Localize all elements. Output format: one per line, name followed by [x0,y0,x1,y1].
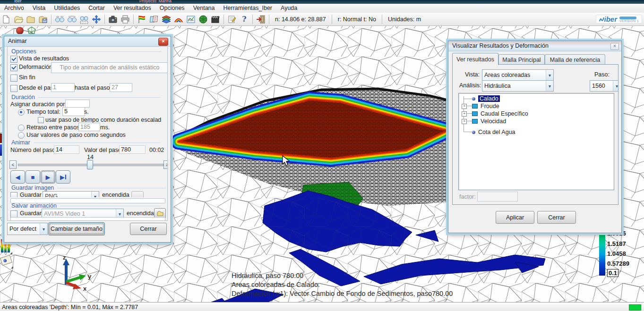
visualizar-dialog-title[interactable]: Visualizar Resultados y Deformación [448,41,621,51]
analisis-combo[interactable]: Hidráulica▾ [482,80,554,92]
result-pages-icon[interactable] [148,14,160,25]
menu-opciones[interactable]: Opciones [155,4,189,13]
toolbar-green-mesh-icon[interactable] [27,26,36,35]
help-icon[interactable]: ? [239,14,250,25]
skip-end-button[interactable]: ▶ [56,170,70,184]
sin-fin-checkbox[interactable] [10,75,17,82]
animar-close-button[interactable]: × [158,38,168,46]
usar-valores-radio[interactable] [18,132,25,139]
menu-archivo[interactable]: Archivo [0,4,28,13]
tree-item-calado[interactable]: Calado [472,95,500,102]
tree-expand-caudal[interactable]: + [462,111,467,117]
tiempo-total-label: Tiempo total: [26,109,60,115]
terrain-sphere-icon[interactable] [197,14,209,25]
tiempo-total-radio[interactable] [18,109,25,116]
axis-label-z: z [63,254,66,261]
image-browse-button[interactable] [131,191,144,197]
menu-cortar[interactable]: Cortar [84,4,109,13]
menu-utilidades[interactable]: Utilidades [50,4,84,13]
aplicar-button[interactable]: Aplicar [496,211,534,224]
asignar-duracion-input[interactable] [65,100,90,108]
animation-film-icon[interactable] [210,14,221,25]
pan-icon[interactable] [91,14,102,25]
chevron-down-icon: ▾ [546,70,553,80]
desde-paso-checkbox[interactable] [10,85,17,92]
zoom-frame-icon[interactable] [78,14,90,25]
exit-icon[interactable] [255,14,266,25]
tree-item-caudal-especifico[interactable]: Caudal Específico [472,110,528,118]
guardar-imagen-label: Guardar [20,192,42,197]
toolbar-red-sphere-icon[interactable] [16,27,24,34]
axis-label-x: x [83,285,86,292]
salvar-animacion-checkbox[interactable] [10,210,17,218]
stop-button[interactable]: ■ [26,170,40,184]
visualizar-cerrar-button[interactable]: Cerrar [537,211,576,224]
slider-step-fwd-button[interactable]: > [163,160,168,169]
notes-icon[interactable] [226,14,238,25]
desde-paso-input[interactable]: 1 [51,83,75,92]
zoom-in-icon[interactable] [54,14,65,25]
print-icon[interactable] [120,14,131,25]
window-title-bar[interactable]: Iber Proyecto: Marina [0,0,644,4]
zoom-out-icon[interactable] [66,14,77,25]
tiempo-total-units: s. [84,109,89,115]
tree-connector [466,113,472,114]
animar-cerrar-button[interactable]: Cerrar [130,223,167,235]
menu-ventana[interactable]: Ventana [189,4,219,13]
animar-dialog-title[interactable]: Animar [4,36,171,47]
tree-expand-velocidad[interactable]: + [462,119,467,124]
retraso-input[interactable]: 185 [78,123,100,131]
image-format-combo[interactable]: PNG▾ [43,191,99,197]
valor-paso-input[interactable]: 780 [119,145,146,154]
factor-input[interactable] [477,192,518,202]
open-folder-icon[interactable] [13,14,24,25]
toolbar-separator [269,15,269,24]
tree-item-cota-del-agua[interactable]: Cota del Agua [472,128,515,136]
retraso-radio[interactable] [18,125,25,131]
size-preset-combo[interactable]: Por defect▾ [7,223,48,235]
vista-label: Vista: [465,71,480,78]
tab-malla-referencia[interactable]: Malla de referencia [545,54,605,65]
vista-combo[interactable]: Areas coloreadas▾ [482,69,554,81]
paso-combo[interactable]: 1560▾ [590,80,618,92]
deformacion-label: Deformación [19,64,52,70]
tab-malla-principal[interactable]: Malla Principal [498,54,545,65]
cambiar-tamano-button[interactable]: Cambiar de tamaño [48,222,105,235]
step-slider-thumb[interactable] [87,160,93,169]
visualizar-close-button[interactable]: × [610,43,619,50]
tree-item-froude[interactable]: Froude [472,102,499,110]
layers-icon[interactable] [161,14,172,25]
section-animar: Animar [11,139,160,146]
result-color-legend [599,231,605,276]
tree-item-velocidad[interactable]: Velocidad [472,118,506,125]
tree-expand-froude[interactable]: + [462,104,467,109]
folder-icon[interactable] [25,14,36,25]
tiempo-total-input[interactable]: 5 [62,107,85,116]
play-button[interactable]: ▶ [41,170,55,184]
tab-ver-resultados[interactable]: Ver resultados [452,53,498,65]
tree-item-label: Velocidad [481,118,506,125]
hasta-paso-input[interactable]: 27 [110,83,132,92]
menu-ver-resultados[interactable]: Ver resultados [109,4,155,13]
menu-vista[interactable]: Vista [28,4,50,13]
vista-resultados-checkbox[interactable] [10,56,17,63]
new-file-icon[interactable] [0,14,12,25]
guardar-imagen-checkbox[interactable] [10,192,17,197]
menu-ayuda[interactable]: Ayuda [276,4,301,13]
menu-herramientas-iber[interactable]: Herramientas_Iber [219,4,277,13]
deformacion-checkbox[interactable] [10,64,17,71]
play-backward-button[interactable]: ◀ [10,170,25,184]
toolbar-separator [332,15,332,24]
result-rainbow-icon[interactable] [173,14,184,25]
save-icon[interactable] [37,14,49,25]
slider-step-back-button[interactable]: < [9,160,17,169]
animar-content-box: Opciones Vista de resultados Deformación… [7,46,168,221]
numero-paso-input[interactable]: 14 [54,145,79,154]
contour-fill-icon[interactable] [136,14,147,25]
send-results-icon[interactable] [1,256,12,268]
usar-paso-checkbox[interactable] [38,117,44,123]
graph-window-icon[interactable] [185,14,197,25]
snapshot-camera-icon[interactable] [107,14,119,25]
salvar-animacion-scrollbar[interactable] [10,217,165,221]
tipo-animacion-field[interactable]: Tipo de animación de análisis estático [51,62,168,73]
